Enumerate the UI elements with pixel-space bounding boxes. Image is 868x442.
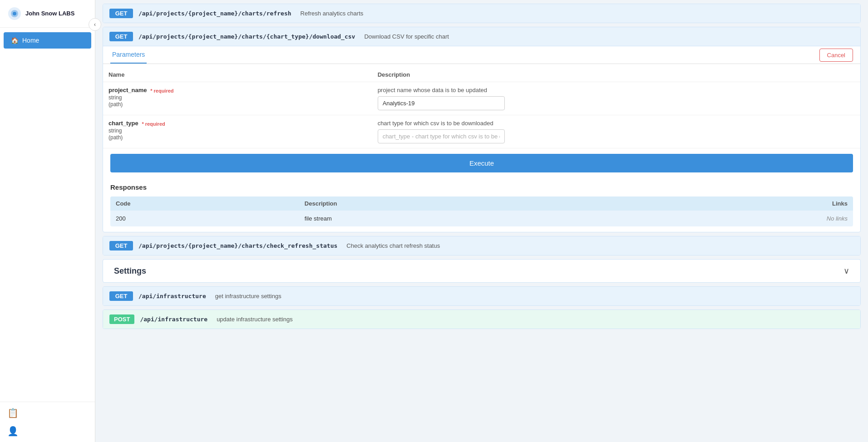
api-card-header-post-infra[interactable]: POST /api/infrastructure update infrastr… [103,310,860,329]
param-name-cell-chart: chart_type * required string (path) [103,115,372,148]
sidebar-item-home[interactable]: 🏠 Home [4,32,91,49]
response-desc-200: file stream [299,211,618,226]
method-badge-get-check: GET [109,241,133,250]
param-desc-text: project name whose data is to be updated [378,87,855,93]
api-card-post-infrastructure: POST /api/infrastructure update infrastr… [103,309,861,329]
responses-col-code: Code [110,196,299,211]
execute-button[interactable]: Execute [110,154,853,172]
api-card-download-csv: GET /api/projects/{project_name}/charts/… [103,27,861,232]
param-name-label: project_name [108,87,147,93]
param-col-name: Name [103,68,372,82]
response-row-200: 200 file stream No links [110,211,853,226]
param-required-label: * required [150,88,173,93]
param-type-label: string [108,94,367,101]
method-badge-get-refresh: GET [109,9,133,18]
api-path-check: /api/projects/{project_name}/charts/chec… [138,242,337,249]
logo-text: John Snow LABS [25,10,74,17]
sidebar-collapse-button[interactable]: ‹ [89,18,101,31]
api-card-header-download[interactable]: GET /api/projects/{project_name}/charts/… [103,27,860,46]
param-row-project-name: project_name * required string (path) pr… [103,82,860,115]
api-card-header-check[interactable]: GET /api/projects/{project_name}/charts/… [103,236,860,255]
api-card-check-refresh: GET /api/projects/{project_name}/charts/… [103,236,861,255]
cancel-button[interactable]: Cancel [819,49,853,62]
sidebar-item-label: Home [22,37,39,44]
param-location-label-chart: (path) [108,134,123,141]
param-required-label-chart: * required [142,121,165,127]
method-badge-get-download: GET [109,32,133,41]
api-path-refresh: /api/projects/{project_name}/charts/refr… [138,10,291,17]
api-card-get-infrastructure: GET /api/infrastructure get infrastructu… [103,286,861,306]
sidebar-logo: John Snow LABS [0,0,95,28]
chart-type-input[interactable] [378,129,505,143]
settings-chevron-icon: ∨ [843,266,849,276]
responses-col-links: Links [618,196,853,211]
param-desc-cell-project: project name whose data is to be updated [372,82,860,115]
responses-title: Responses [110,183,853,191]
response-code-200: 200 [110,211,299,226]
tab-parameters[interactable]: Parameters [110,46,147,64]
api-card-body-download: Parameters Cancel Name Description proj [103,46,860,232]
sidebar-bottom: 📋 👤 [0,402,95,442]
method-badge-post-infra: POST [109,314,134,324]
api-desc-download: Download CSV for specific chart [364,33,449,40]
api-desc-refresh: Refresh analytics charts [301,10,364,17]
collapse-icon: ‹ [94,21,96,28]
api-desc-check: Check analytics chart refresh status [346,242,440,249]
api-path-download: /api/projects/{project_name}/charts/{cha… [138,33,355,40]
responses-table: Code Description Links 200 file stream N… [110,196,853,226]
param-name-label-chart: chart_type [108,120,138,127]
param-desc-text-chart: chart type for which csv is to be downlo… [378,120,855,127]
api-card-header-refresh[interactable]: GET /api/projects/{project_name}/charts/… [103,4,860,23]
api-card-header-get-infra[interactable]: GET /api/infrastructure get infrastructu… [103,287,860,305]
user-profile-icon[interactable]: 👤 [7,426,88,437]
responses-section: Responses Code Description Links 200 fil… [103,178,860,232]
settings-title: Settings [114,266,146,276]
api-desc-get-infra: get infrastructure settings [215,293,281,300]
logo-icon [7,6,22,21]
response-links-200: No links [618,211,853,226]
svg-point-2 [13,12,16,15]
home-icon: 🏠 [11,37,19,44]
params-table: Name Description project_name * required… [103,68,860,148]
param-location-label: (path) [108,101,123,108]
method-badge-get-infra: GET [109,291,133,301]
tab-bar: Parameters Cancel [103,46,860,64]
main-content: GET /api/projects/{project_name}/charts/… [95,0,868,442]
responses-col-desc: Description [299,196,618,211]
sidebar: John Snow LABS 🏠 Home 📋 👤 ‹ [0,0,95,442]
param-type-label-chart: string [108,128,367,134]
param-row-chart-type: chart_type * required string (path) char… [103,115,860,148]
document-icon[interactable]: 📋 [7,408,88,418]
api-path-post-infra: /api/infrastructure [140,316,207,323]
param-name-cell-project: project_name * required string (path) [103,82,372,115]
project-name-input[interactable] [378,96,505,110]
sidebar-nav: 🏠 Home [0,28,95,53]
api-path-get-infra: /api/infrastructure [138,293,206,300]
param-col-desc: Description [372,68,860,82]
api-desc-post-infra: update infrastructure settings [217,316,293,323]
param-desc-cell-chart: chart type for which csv is to be downlo… [372,115,860,148]
settings-section-header[interactable]: Settings ∨ [103,259,861,283]
api-card-refresh-charts: GET /api/projects/{project_name}/charts/… [103,4,861,23]
